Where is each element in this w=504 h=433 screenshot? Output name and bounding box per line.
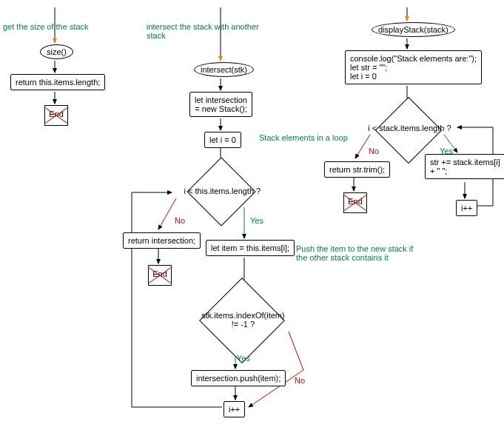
label-no-3: No <box>369 147 379 155</box>
label-yes-2: Yes <box>237 354 250 363</box>
label-yes-1: Yes <box>250 216 263 225</box>
comment-loop: Stack elements in a loop <box>259 133 348 142</box>
end-display: End <box>343 192 367 213</box>
rect-push-item: intersection.push(item); <box>191 370 286 386</box>
rect-return-str: return str.trim(); <box>324 161 390 178</box>
label-no-1: No <box>175 216 185 225</box>
diamond-intersect-loop-text: i < this.items.length ? <box>163 187 281 195</box>
rect-ipp-intersect: i++ <box>224 401 245 417</box>
rect-let-i-intersect: let i = 0 <box>204 132 241 148</box>
svg-line-10 <box>158 198 176 229</box>
diamond-indexof-text: stk.items.indexOf(item) != -1 ? <box>184 311 302 329</box>
comment-intersect: intersect the stack with another stack <box>147 22 272 40</box>
oval-display: displayStack(stack) <box>372 22 455 37</box>
rect-let-item: let item = this.items[i]; <box>206 240 295 256</box>
rect-display-body: console.log("Stack elements are:"); let … <box>345 50 482 84</box>
rect-return-intersection: return intersection; <box>123 232 201 249</box>
flowchart-canvas: get the size of the stack size() return … <box>0 0 504 433</box>
rect-size-body: return this.items.length; <box>10 74 105 90</box>
rect-intersection-new: let intersection = new Stack(); <box>189 92 252 117</box>
rect-ipp-display: i++ <box>456 200 477 216</box>
oval-size: size() <box>40 44 73 59</box>
oval-intersect: intersect(stk) <box>194 62 254 77</box>
comment-size: get the size of the stack <box>3 22 89 31</box>
diamond-display-loop-text: i < stack.items.length ? <box>350 124 468 132</box>
svg-line-24 <box>355 135 370 158</box>
rect-str-append: str += stack.items[i] + " "; <box>425 154 504 179</box>
label-no-2: No <box>295 376 305 385</box>
svg-line-15 <box>289 332 303 370</box>
end-intersect: End <box>148 265 172 286</box>
end-size: End <box>44 105 68 126</box>
comment-push: Push the item to the new stack if the ot… <box>296 244 422 262</box>
